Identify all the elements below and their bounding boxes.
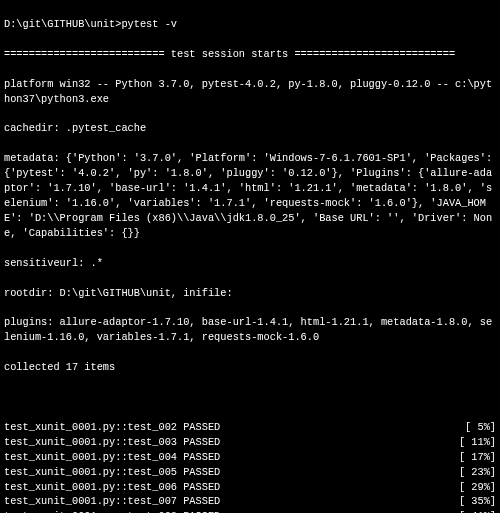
test-result-row: [ 23%]test_xunit_0001.py::test_005 PASSE… [4, 465, 496, 480]
test-percent: [ 41%] [459, 509, 496, 513]
test-percent: [ 35%] [459, 494, 496, 509]
test-name: test_xunit_0001.py::test_002 PASSED [4, 421, 220, 433]
cachedir-line: cachedir: .pytest_cache [4, 121, 496, 136]
metadata-line: metadata: {'Python': '3.7.0', 'Platform'… [4, 151, 496, 241]
session-header: ========================== test session … [4, 47, 496, 62]
plugins-line: plugins: allure-adaptor-1.7.10, base-url… [4, 315, 496, 345]
test-percent: [ 23%] [459, 465, 496, 480]
test-percent: [ 29%] [459, 480, 496, 495]
test-result-row: [ 29%]test_xunit_0001.py::test_006 PASSE… [4, 480, 496, 495]
test-name: test_xunit_0001.py::test_003 PASSED [4, 436, 220, 448]
test-result-row: [ 5%]test_xunit_0001.py::test_002 PASSED [4, 420, 496, 435]
blank-line [4, 390, 496, 405]
test-name: test_xunit_0001.py::test_007 PASSED [4, 495, 220, 507]
test-percent: [ 11%] [459, 435, 496, 450]
test-name: test_xunit_0001.py::test_006 PASSED [4, 481, 220, 493]
test-name: test_xunit_0001.py::test_005 PASSED [4, 466, 220, 478]
collected-line: collected 17 items [4, 360, 496, 375]
test-name: test_xunit_0001.py::test_004 PASSED [4, 451, 220, 463]
results-list: [ 5%]test_xunit_0001.py::test_002 PASSED… [4, 420, 496, 513]
test-percent: [ 17%] [459, 450, 496, 465]
platform-line: platform win32 -- Python 3.7.0, pytest-4… [4, 77, 496, 107]
test-result-row: [ 35%]test_xunit_0001.py::test_007 PASSE… [4, 494, 496, 509]
terminal[interactable]: D:\git\GITHUB\unit>pytest -v ===========… [0, 0, 500, 513]
rootdir-line: rootdir: D:\git\GITHUB\unit, inifile: [4, 286, 496, 301]
test-result-row: [ 41%]test_xunit_0001.py::test_008 PASSE… [4, 509, 496, 513]
prompt-line: D:\git\GITHUB\unit>pytest -v [4, 17, 496, 32]
test-percent: [ 5%] [465, 420, 496, 435]
test-result-row: [ 17%]test_xunit_0001.py::test_004 PASSE… [4, 450, 496, 465]
sensitiveurl-line: sensitiveurl: .* [4, 256, 496, 271]
test-result-row: [ 11%]test_xunit_0001.py::test_003 PASSE… [4, 435, 496, 450]
